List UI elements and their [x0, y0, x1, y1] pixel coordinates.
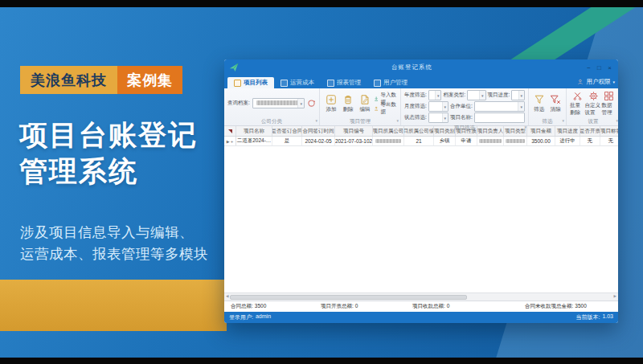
- table-cell: 二道基2024-…: [236, 137, 272, 145]
- edit-button-label: 编辑: [360, 106, 371, 113]
- group-caption-settings: 设置: [588, 118, 599, 124]
- poster-title-line1: 项目台账登记: [19, 117, 198, 153]
- clear-filter-button[interactable]: 清除: [549, 94, 563, 113]
- summary-unreceived-total: 合同未收款项总金额: 3500: [525, 303, 587, 310]
- table-cell: 乡镇: [434, 137, 456, 145]
- ribbon-tab-strip: 项目列表 运营成本 报表管理 用户管理 用户权限 ▾: [224, 76, 618, 88]
- data-manage-button[interactable]: 数据管理: [602, 91, 616, 117]
- summary-received-total: 项目收款总额: 0: [412, 303, 525, 310]
- archive-query-label: 查询档案:: [227, 100, 250, 107]
- apply-filter-button[interactable]: 筛选: [532, 94, 547, 113]
- batch-delete-label: 批量删除: [570, 102, 584, 117]
- minimize-button[interactable]: −: [584, 63, 593, 72]
- tab-operating-cost[interactable]: 运营成本: [274, 77, 321, 88]
- table-row[interactable]: ▶+二道基2024-…是2024-02-052021-07-03-10221乡镇…: [224, 137, 618, 146]
- poster-title: 项目台账登记 管理系统: [19, 117, 198, 190]
- group-caption-filter: 项目筛选: [454, 125, 475, 130]
- status-filter-combo[interactable]: ▾: [428, 112, 448, 123]
- group-launcher-icon[interactable]: ▾: [315, 117, 317, 125]
- column-header[interactable]: 合同签订时间: [302, 126, 335, 136]
- scroll-right-icon[interactable]: ▶: [614, 295, 616, 299]
- status-filter-label: 状态筛选:: [404, 114, 427, 121]
- project-name-label: 项目名称:: [450, 114, 473, 121]
- archive-combo[interactable]: ▾: [252, 98, 305, 108]
- column-header[interactable]: 是否签订合同: [272, 126, 302, 136]
- table-cell: 进行中: [555, 137, 580, 145]
- status-bar: 登录用户: admin 当前版本: 1.03: [224, 312, 618, 323]
- case-collection-tag: 案例集: [117, 66, 182, 94]
- table-cell: 申请: [456, 137, 477, 145]
- project-table: 项目名称是否签订合同合同签订时间项目编号项目所属公司项目所属公司编码项目类别项目…: [224, 126, 618, 312]
- poster-subtitle-line2: 运营成本、报表管理等多模块: [20, 243, 208, 265]
- project-name-input[interactable]: [474, 112, 525, 123]
- group-launcher-icon[interactable]: ▾: [396, 117, 399, 125]
- table-empty-area: [224, 146, 618, 292]
- trash-icon: [342, 94, 354, 105]
- gear-icon: [588, 91, 599, 101]
- batch-delete-button[interactable]: 批量删除: [570, 91, 584, 117]
- summary-row: 合同总额: 3500 项目开票总额: 0 项目收款总额: 0 合同未收款项总金额…: [224, 301, 618, 312]
- column-header[interactable]: 项目名称: [236, 126, 272, 136]
- table-cell: [504, 137, 527, 145]
- bottom-black-bar: [0, 358, 643, 364]
- tab-report-management[interactable]: 报表管理: [321, 77, 367, 88]
- window-titlebar: 台账登记系统 − □ ×: [224, 59, 618, 76]
- tab-user-management-label: 用户管理: [383, 79, 408, 87]
- close-button[interactable]: ×: [605, 63, 614, 72]
- tab-project-list[interactable]: 项目列表: [227, 77, 274, 88]
- column-header[interactable]: 项目所属公司: [373, 126, 404, 136]
- scrollbar-track[interactable]: [230, 295, 612, 300]
- summary-invoice-total: 项目开票总额: 0: [321, 303, 412, 310]
- scroll-left-icon[interactable]: ◀: [226, 295, 228, 299]
- table-cell: 无: [600, 137, 618, 145]
- table-cell: 无: [580, 137, 600, 145]
- export-arrow-icon: [374, 105, 379, 112]
- group-launcher-icon[interactable]: ▾: [524, 123, 526, 132]
- column-header[interactable]: 是否开票: [580, 126, 600, 136]
- add-button[interactable]: 添加: [323, 94, 339, 113]
- column-header[interactable]: 项目编号: [335, 126, 373, 136]
- refresh-icon[interactable]: [307, 99, 316, 108]
- poster-subtitle: 涉及项目信息导入与编辑、 运营成本、报表管理等多模块: [20, 222, 208, 265]
- scrollbar-thumb[interactable]: [230, 295, 467, 300]
- tab-user-management-icon: [374, 80, 381, 87]
- group-launcher-icon[interactable]: ▾: [616, 117, 618, 125]
- customize-label: 自定义设置: [584, 102, 601, 117]
- tab-operating-cost-icon: [281, 80, 288, 87]
- partner-unit-combo[interactable]: ▾: [474, 101, 525, 112]
- poster-title-line2: 管理系统: [19, 153, 198, 190]
- year-filter-combo[interactable]: ▾: [428, 90, 442, 100]
- column-header[interactable]: 项目金额: [527, 126, 555, 136]
- user-permission-menu[interactable]: 用户权限 ▾: [577, 78, 615, 88]
- table-cell: 2021-07-03-102: [335, 137, 373, 145]
- add-button-label: 添加: [326, 106, 337, 113]
- export-data-button[interactable]: 导出数据: [374, 104, 397, 112]
- tab-project-list-icon: [234, 80, 241, 87]
- month-filter-combo[interactable]: ▾: [428, 101, 448, 112]
- poster-subtitle-line1: 涉及项目信息导入与编辑、: [20, 222, 208, 243]
- app-version: 当前版本: 1.03: [575, 313, 613, 321]
- clear-filter-label: 清除: [551, 106, 561, 113]
- app-window: 台账登记系统 − □ × 项目列表 运营成本 报表管理 用户管理: [224, 59, 618, 323]
- delete-button[interactable]: 删除: [340, 94, 356, 113]
- progress-filter-combo[interactable]: ▾: [511, 90, 525, 100]
- ribbon: 查询档案: ▾ 公司分类▾ 添加: [224, 88, 618, 126]
- archive-type-label: 档案类型:: [443, 92, 465, 99]
- tab-user-management[interactable]: 用户管理: [367, 77, 414, 88]
- ribbon-group-filter-actions: 筛选 清除 筛选▾: [529, 88, 567, 125]
- app-logo-paperplane-icon: [228, 62, 240, 73]
- data-manage-label: 数据管理: [602, 102, 616, 117]
- group-launcher-icon[interactable]: ▾: [562, 117, 564, 125]
- customize-button[interactable]: 自定义设置: [584, 91, 601, 117]
- row-selector-header[interactable]: [224, 126, 236, 136]
- grid-window-icon: [604, 91, 614, 101]
- row-indicator[interactable]: ▶+: [224, 137, 236, 145]
- maximize-button[interactable]: □: [595, 63, 604, 72]
- archive-type-combo[interactable]: ▾: [467, 90, 485, 100]
- column-header[interactable]: 项目进度: [555, 126, 580, 136]
- edit-button[interactable]: 编辑: [357, 94, 373, 113]
- table-cell: [373, 137, 404, 145]
- column-header[interactable]: 项目标签: [600, 126, 618, 136]
- year-filter-label: 年度筛选:: [404, 92, 427, 99]
- horizontal-scrollbar[interactable]: ◀ ▶: [224, 292, 618, 301]
